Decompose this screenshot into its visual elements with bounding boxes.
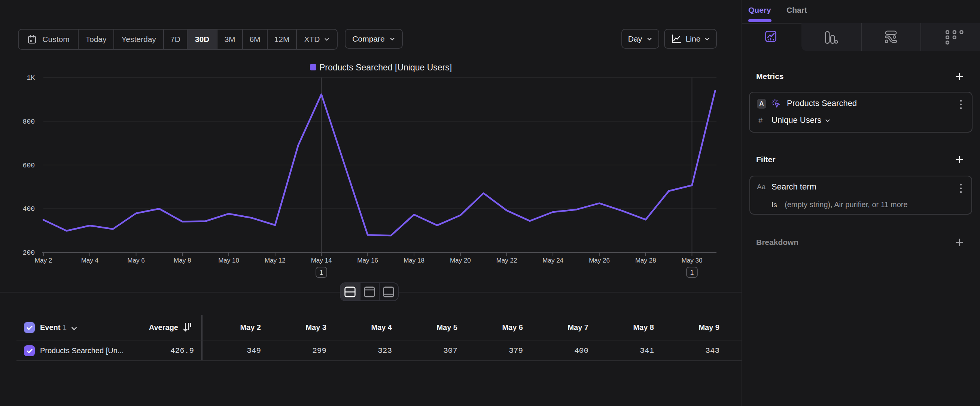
svg-text:May 20: May 20 xyxy=(450,257,471,264)
svg-text:May 26: May 26 xyxy=(589,257,610,264)
svg-text:May 14: May 14 xyxy=(311,257,332,264)
svg-text:May 6: May 6 xyxy=(127,257,145,264)
svg-text:May 22: May 22 xyxy=(496,257,517,264)
svg-text:May 12: May 12 xyxy=(265,257,286,264)
svg-text:400: 400 xyxy=(23,205,35,213)
svg-text:May 4: May 4 xyxy=(81,257,99,264)
svg-text:May 8: May 8 xyxy=(174,257,191,264)
svg-text:May 24: May 24 xyxy=(542,257,563,264)
svg-text:800: 800 xyxy=(23,118,35,126)
svg-text:May 30: May 30 xyxy=(682,257,703,264)
svg-text:600: 600 xyxy=(23,162,35,169)
svg-text:May 16: May 16 xyxy=(357,257,378,264)
svg-text:May 28: May 28 xyxy=(635,257,656,264)
svg-text:1: 1 xyxy=(690,269,694,276)
svg-text:Products Searched [Unique User: Products Searched [Unique Users] xyxy=(319,62,452,72)
svg-text:May 18: May 18 xyxy=(404,257,425,264)
svg-text:200: 200 xyxy=(23,249,35,256)
svg-text:May 2: May 2 xyxy=(35,257,52,264)
svg-text:1: 1 xyxy=(319,269,323,276)
svg-text:1K: 1K xyxy=(27,74,35,82)
svg-text:May 10: May 10 xyxy=(218,257,239,264)
